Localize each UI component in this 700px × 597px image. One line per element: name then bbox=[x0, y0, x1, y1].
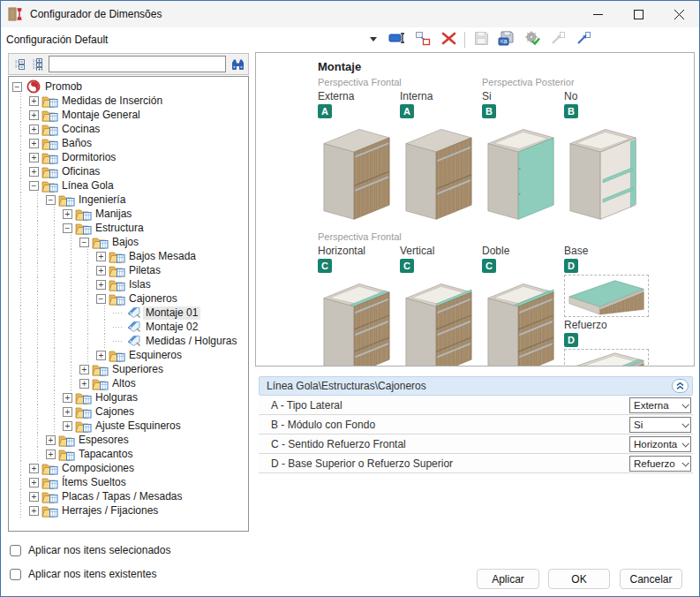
apply-configuration-button[interactable] bbox=[523, 30, 542, 49]
tree-guide bbox=[29, 263, 46, 277]
tree-item-esquineros[interactable]: +Esquineros bbox=[9, 348, 248, 362]
tree-item-cajones[interactable]: +Cajones bbox=[9, 404, 248, 419]
tree-toggle[interactable]: − bbox=[46, 195, 56, 205]
tree-toggle[interactable]: + bbox=[29, 96, 39, 106]
apply-selected-items-checkbox-row: Aplicar nos itens selecionados bbox=[10, 544, 170, 556]
tree-toggle[interactable]: + bbox=[29, 478, 39, 487]
export-button[interactable] bbox=[574, 30, 593, 49]
tree-item-manijas[interactable]: +Manijas bbox=[9, 207, 248, 221]
tree-toggle[interactable]: + bbox=[96, 351, 106, 360]
tree-toggle[interactable]: + bbox=[29, 167, 39, 177]
tree-guide bbox=[63, 306, 79, 320]
tree-item-piletas[interactable]: +Piletas bbox=[9, 263, 248, 277]
property-select-a[interactable]: Externa bbox=[629, 397, 691, 413]
tree-item-label: Superiores bbox=[109, 363, 166, 376]
tree-item-medidas-de-inserci-n[interactable]: +Medidas de Inserción bbox=[9, 94, 248, 108]
apply-selected-items-checkbox[interactable] bbox=[10, 545, 21, 556]
tree-item-bajos-mesada[interactable]: +Bajos Mesada bbox=[9, 249, 248, 263]
tree-item-estructura[interactable]: −Estructura bbox=[9, 221, 248, 235]
maximize-button[interactable] bbox=[618, 1, 659, 27]
tree-item-dormitorios[interactable]: +Dormitorios bbox=[9, 150, 248, 164]
tree-toggle[interactable]: + bbox=[63, 209, 72, 219]
tree-guide bbox=[63, 249, 79, 263]
property-select-d[interactable]: Refuerzo bbox=[629, 456, 691, 472]
tree-toggle[interactable]: + bbox=[29, 153, 39, 162]
tree-guide bbox=[12, 94, 29, 108]
tree-toggle[interactable]: − bbox=[12, 82, 22, 92]
save-configuration-button[interactable]: <a bbox=[497, 30, 516, 49]
tree-toggle[interactable]: + bbox=[46, 450, 56, 459]
rename-configuration-button[interactable] bbox=[388, 30, 407, 49]
tree-item-cocinas[interactable]: +Cocinas bbox=[9, 122, 248, 136]
tree-item-islas[interactable]: +Islas bbox=[9, 277, 248, 291]
tree-guide bbox=[12, 221, 29, 235]
tree-toggle[interactable]: + bbox=[96, 252, 106, 261]
tree-item-cajoneros[interactable]: −Cajoneros bbox=[9, 291, 248, 306]
import-button[interactable] bbox=[548, 30, 568, 49]
tree-item-bajos[interactable]: −Bajos bbox=[9, 235, 248, 249]
preview-card-refuerzo: RefuerzoD bbox=[564, 319, 642, 367]
tree-item-espesores[interactable]: +Espesores bbox=[9, 433, 248, 447]
tree-toggle[interactable]: + bbox=[63, 407, 72, 417]
configuration-select[interactable]: Configuración Default bbox=[1, 28, 382, 50]
tree-toggle[interactable]: + bbox=[29, 110, 39, 120]
tree-item-montaje-01[interactable]: Montaje 01 bbox=[9, 306, 248, 320]
save-button[interactable] bbox=[471, 30, 491, 49]
search-button[interactable] bbox=[229, 56, 246, 73]
tree-item-tems-sueltos[interactable]: +Ítems Sueltos bbox=[9, 475, 248, 489]
tree-toggle[interactable]: + bbox=[63, 421, 72, 431]
tree-item-montaje-02[interactable]: Montaje 02 bbox=[9, 320, 248, 334]
tree-toggle[interactable]: − bbox=[63, 223, 72, 233]
property-select-b[interactable]: Si bbox=[629, 417, 691, 433]
tree-search-input[interactable] bbox=[49, 56, 226, 72]
collapse-section-button[interactable] bbox=[672, 379, 689, 393]
duplicate-configuration-button[interactable] bbox=[413, 30, 433, 49]
aplicar-button[interactable]: Aplicar bbox=[477, 569, 539, 589]
tree-item-tapacantos[interactable]: +Tapacantos bbox=[9, 447, 248, 461]
cancelar-button[interactable]: Cancelar bbox=[620, 569, 682, 589]
tree-connector bbox=[113, 306, 125, 320]
tree-toggle[interactable]: − bbox=[29, 181, 39, 191]
ok-button[interactable]: OK bbox=[548, 569, 610, 589]
property-select-c[interactable]: Horizonta bbox=[629, 436, 691, 452]
tree-item-l-nea-gola[interactable]: −Línea Gola bbox=[9, 178, 248, 193]
apply-existing-items-checkbox[interactable] bbox=[10, 569, 21, 580]
tree-item-medidas-holguras[interactable]: Medidas / Holguras bbox=[9, 334, 248, 348]
preview-row2-perspectives: Perspectiva Frontal bbox=[318, 231, 694, 245]
tree-toggle[interactable]: + bbox=[63, 393, 72, 403]
folder-icon bbox=[75, 207, 92, 221]
tree-item-altos[interactable]: +Altos bbox=[9, 376, 248, 390]
delete-configuration-button[interactable] bbox=[439, 30, 458, 49]
tree-toggle[interactable]: + bbox=[29, 492, 39, 502]
close-button[interactable] bbox=[659, 1, 699, 27]
tree-guide bbox=[12, 404, 29, 419]
tree-item-holguras[interactable]: +Holguras bbox=[9, 390, 248, 404]
tree-item-composiciones[interactable]: +Composiciones bbox=[9, 461, 248, 475]
collapse-all-button[interactable] bbox=[11, 56, 28, 73]
tree-toggle[interactable]: + bbox=[29, 464, 39, 473]
tree-item-oficinas[interactable]: +Oficinas bbox=[9, 164, 248, 178]
tree-item-superiores[interactable]: +Superiores bbox=[9, 362, 248, 376]
minimize-button[interactable] bbox=[577, 1, 618, 27]
tree-item-ajuste-esquineros[interactable]: +Ajuste Esquineros bbox=[9, 419, 248, 433]
tree-item-herrajes-fijaciones[interactable]: +Herrajes / Fijaciones bbox=[9, 503, 248, 518]
tree-toggle[interactable]: + bbox=[96, 280, 106, 290]
tree-item-promob[interactable]: −Promob bbox=[9, 79, 248, 94]
tree-item-ba-os[interactable]: +Baños bbox=[9, 136, 248, 150]
tree-toggle[interactable]: + bbox=[96, 266, 106, 276]
tree-toggle[interactable]: + bbox=[79, 365, 89, 374]
tree-guide bbox=[79, 277, 96, 291]
tree-toggle[interactable]: − bbox=[79, 238, 89, 247]
tree-toggle[interactable]: + bbox=[29, 506, 39, 516]
tree-toggle[interactable]: + bbox=[46, 435, 56, 445]
tree-toggle[interactable]: + bbox=[79, 379, 89, 389]
tree-toggle[interactable]: − bbox=[96, 294, 106, 304]
card-badge: B bbox=[564, 104, 578, 118]
tree-item-placas-tapas-mesadas[interactable]: +Placas / Tapas / Mesadas bbox=[9, 489, 248, 503]
tree-toggle[interactable]: + bbox=[29, 139, 39, 148]
tree-item-montaje-general[interactable]: +Montaje General bbox=[9, 108, 248, 122]
cabinet-image bbox=[400, 275, 478, 367]
tree-toggle[interactable]: + bbox=[29, 125, 39, 134]
tree-item-ingenier-a[interactable]: −Ingeniería bbox=[9, 193, 248, 207]
expand-all-button[interactable] bbox=[28, 56, 46, 73]
